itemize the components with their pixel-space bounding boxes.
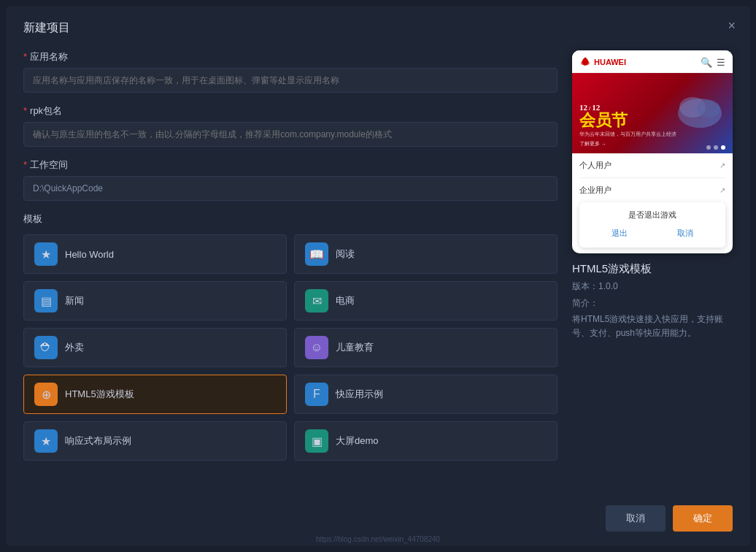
template-icon-quickapp: F <box>305 383 328 406</box>
template-icon-reading: 📖 <box>305 242 328 266</box>
preview-template-title: HTML5游戏模板 <box>572 262 733 276</box>
banner-dot-3 <box>721 145 725 150</box>
template-item-responsive[interactable]: ★响应式布局示例 <box>23 421 287 461</box>
huawei-logo: HUAWEI <box>579 56 626 68</box>
template-item-education[interactable]: ☺儿童教育 <box>294 328 558 367</box>
app-name-label: *应用名称 <box>23 50 558 64</box>
workspace-required-mark: * <box>23 159 27 170</box>
banner-subtitle: 华为云年末回馈，与百万用户共享云上经济 <box>579 131 676 138</box>
template-name-html5game: HTML5游戏模板 <box>65 388 134 401</box>
banner-text-overlay: 12 / 12 会员节 华为云年末回馈，与百万用户共享云上经济 了解更多 → <box>579 103 676 147</box>
template-item-ecommerce[interactable]: ✉电商 <box>294 281 558 321</box>
template-item-hello-world[interactable]: ★Hello World <box>23 234 287 274</box>
right-panel: HUAWEI 🔍 ☰ 12 / 12 会员节 <box>572 50 733 461</box>
phone-menu-item-personal: 个人用户 ↗ <box>579 153 725 178</box>
app-name-field-group: *应用名称 <box>23 50 558 93</box>
rpk-name-label: *rpk包名 <box>23 104 558 118</box>
confirm-button[interactable]: 确定 <box>673 505 733 532</box>
preview-phone: HUAWEI 🔍 ☰ 12 / 12 会员节 <box>572 50 733 253</box>
banner-dot-1 <box>706 145 711 150</box>
new-project-dialog: 新建项目 × *应用名称 *rpk包名 *工作空间 <box>6 6 750 546</box>
left-panel: *应用名称 *rpk包名 *工作空间 模板 ★Hello W <box>23 50 558 461</box>
preview-desc-label: 简介： <box>572 297 733 310</box>
footer-area: 取消 确定 <box>606 505 733 532</box>
template-name-quickapp: 快应用示例 <box>336 388 383 401</box>
huawei-brand-text: HUAWEI <box>594 58 626 66</box>
enterprise-ext-icon: ↗ <box>720 186 725 194</box>
watermark: https://blog.csdn.net/weixin_44708240 <box>6 535 750 543</box>
phone-banner: 12 / 12 会员节 华为云年末回馈，与百万用户共享云上经济 了解更多 → <box>572 73 733 153</box>
template-name-responsive: 响应式布局示例 <box>65 434 131 448</box>
template-icon-responsive: ★ <box>34 429 58 453</box>
rpk-name-field-group: *rpk包名 <box>23 104 558 147</box>
banner-dots <box>706 145 725 150</box>
preview-version: 版本：1.0.0 <box>572 280 733 293</box>
template-icon-bigscreen: ▣ <box>305 429 328 453</box>
app-name-input[interactable] <box>23 68 558 93</box>
banner-date-prefix: 12 <box>579 103 587 112</box>
template-icon-hello-world: ★ <box>34 242 58 266</box>
template-name-takeout: 外卖 <box>65 341 84 354</box>
search-icon: 🔍 <box>701 57 712 68</box>
template-name-bigscreen: 大屏demo <box>336 434 379 448</box>
workspace-input[interactable] <box>23 176 558 201</box>
template-name-news: 新闻 <box>65 294 84 307</box>
phone-dialog-cancel-btn[interactable]: 取消 <box>671 226 699 240</box>
cancel-button[interactable]: 取消 <box>606 505 666 532</box>
workspace-label: *工作空间 <box>23 158 558 172</box>
svg-point-2 <box>697 100 720 118</box>
dialog-title: 新建项目 <box>23 20 733 36</box>
template-item-reading[interactable]: 📖阅读 <box>294 234 558 274</box>
menu-icon: ☰ <box>717 57 725 68</box>
template-name-reading: 阅读 <box>336 248 355 261</box>
phone-header-icons: 🔍 ☰ <box>701 57 725 68</box>
banner-decoration <box>671 77 729 135</box>
template-name-education: 儿童教育 <box>336 341 374 354</box>
template-item-html5game[interactable]: ⊕HTML5游戏模板 <box>23 375 287 414</box>
phone-dialog-title: 是否退出游戏 <box>587 210 718 221</box>
template-item-takeout[interactable]: ⛑外卖 <box>23 328 287 367</box>
template-item-news[interactable]: ▤新闻 <box>23 281 287 321</box>
phone-header: HUAWEI 🔍 ☰ <box>572 50 733 73</box>
templates-grid: ★Hello World📖阅读▤新闻✉电商⛑外卖☺儿童教育⊕HTML5游戏模板F… <box>23 234 558 461</box>
template-icon-html5game: ⊕ <box>34 383 58 406</box>
banner-more: 了解更多 → <box>579 140 676 147</box>
template-icon-news: ▤ <box>34 289 58 313</box>
template-item-quickapp[interactable]: F快应用示例 <box>294 375 558 414</box>
banner-date-prefix2: 12 <box>592 103 600 112</box>
template-icon-takeout: ⛑ <box>34 336 58 359</box>
close-button[interactable]: × <box>728 19 736 32</box>
personal-ext-icon: ↗ <box>720 161 725 169</box>
personal-user-label: 个人用户 <box>579 160 612 171</box>
template-icon-ecommerce: ✉ <box>305 289 328 313</box>
phone-dialog: 是否退出游戏 退出 取消 <box>579 202 725 248</box>
preview-desc-text: 将HTML5游戏快速接入快应用，支持账号、支付、push等快应用能力。 <box>572 313 733 340</box>
banner-dot-2 <box>714 145 718 150</box>
phone-dialog-buttons: 退出 取消 <box>587 226 718 240</box>
template-name-ecommerce: 电商 <box>336 294 355 307</box>
phone-dialog-exit-btn[interactable]: 退出 <box>606 226 633 240</box>
enterprise-user-label: 企业用户 <box>579 185 612 196</box>
templates-section-title: 模板 <box>23 212 558 226</box>
template-name-hello-world: Hello World <box>65 249 114 260</box>
huawei-logo-icon <box>579 56 591 68</box>
phone-menu: 个人用户 ↗ 企业用户 ↗ <box>572 153 733 202</box>
rpk-name-required-mark: * <box>23 105 27 116</box>
main-layout: *应用名称 *rpk包名 *工作空间 模板 ★Hello W <box>23 50 733 461</box>
template-icon-education: ☺ <box>305 336 328 359</box>
template-item-bigscreen[interactable]: ▣大屏demo <box>294 421 558 461</box>
phone-menu-item-enterprise: 企业用户 ↗ <box>579 178 725 202</box>
banner-main-text: 会员节 <box>579 112 676 129</box>
workspace-field-group: *工作空间 <box>23 158 558 201</box>
app-name-required-mark: * <box>23 51 27 62</box>
rpk-name-input[interactable] <box>23 122 558 147</box>
